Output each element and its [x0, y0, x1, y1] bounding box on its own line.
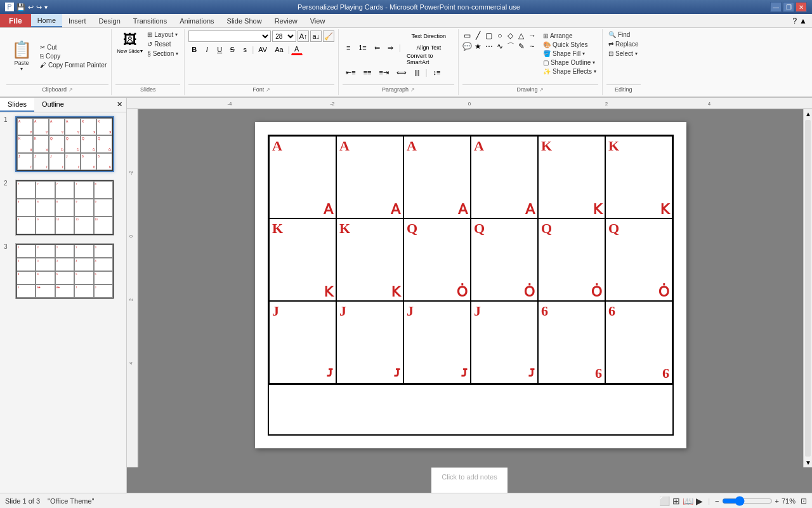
view-sorter-icon[interactable]: ⊞: [672, 496, 680, 506]
scroll-thumb[interactable]: [805, 120, 811, 457]
menu-transitions[interactable]: Transitions: [127, 14, 173, 27]
paste-dropdown[interactable]: ▾: [20, 66, 23, 72]
increase-font-btn[interactable]: A↑: [298, 30, 309, 42]
new-slide-button[interactable]: 🖼 New Slide ▾: [115, 30, 144, 55]
zoom-in-btn[interactable]: +: [775, 497, 779, 505]
decrease-indent-btn[interactable]: ⇐: [371, 42, 383, 53]
quick-styles-button[interactable]: 🎨 Quick Styles: [541, 41, 598, 49]
align-text-btn[interactable]: Align Text: [403, 42, 454, 53]
rect-shape[interactable]: ▭: [462, 30, 473, 41]
convert-smartart-btn[interactable]: Convert to SmartArt: [403, 53, 454, 65]
find-button[interactable]: 🔍 Find: [606, 30, 632, 39]
diamond-shape[interactable]: ◇: [506, 30, 516, 41]
oval-shape[interactable]: ○: [495, 30, 505, 41]
columns-btn[interactable]: |||: [411, 67, 423, 78]
quick-redo[interactable]: ↪: [36, 3, 42, 11]
tab-slides[interactable]: Slides: [0, 98, 34, 112]
tab-outline[interactable]: Outline: [34, 98, 72, 112]
quick-undo[interactable]: ↩: [28, 3, 34, 11]
menu-home[interactable]: Home: [31, 14, 62, 27]
shape-outline-button[interactable]: ▢ Shape Outline ▾: [541, 58, 598, 67]
zoom-slider[interactable]: [722, 496, 773, 506]
case-btn[interactable]: Aa: [272, 44, 286, 55]
slide-item-2[interactable]: 2 7 7 7 7 8 8 8 8 9 9 9 9: [3, 178, 124, 237]
center-btn[interactable]: ≡≡: [360, 67, 375, 78]
cut-button[interactable]: ✂ Cut: [38, 43, 108, 51]
slide-thumb-1[interactable]: AA AA AA AA KK KK KK KK QQ QQ QQ QQ JJ J…: [15, 116, 114, 172]
slide-thumb-3[interactable]: 2 2 2 2 3 3 3 3 4 4 4 4 5 5 5: [15, 243, 114, 299]
more-shapes[interactable]: ⋯: [484, 41, 494, 51]
strikethrough-btn[interactable]: S: [226, 44, 238, 55]
select-button[interactable]: ⊡ Select ▾: [606, 50, 639, 58]
slide-item-1[interactable]: 1 AA AA AA AA KK KK KK KK QQ QQ QQ Q: [3, 115, 124, 173]
menu-file[interactable]: File: [0, 14, 31, 27]
minimize-btn[interactable]: —: [770, 2, 782, 12]
font-expand[interactable]: ↗: [266, 87, 270, 93]
quick-save[interactable]: 💾: [16, 3, 25, 11]
close-btn[interactable]: ✕: [796, 2, 807, 12]
scribble-shape[interactable]: ~: [527, 41, 537, 51]
italic-btn[interactable]: I: [201, 44, 213, 55]
triangle-shape[interactable]: △: [516, 30, 527, 41]
decrease-font-btn[interactable]: a↓: [310, 30, 322, 42]
panel-close-btn[interactable]: ✕: [113, 98, 126, 112]
notes-area[interactable]: Click to add notes: [431, 467, 507, 493]
replace-button[interactable]: ⇄ Replace: [606, 40, 641, 48]
scroll-up[interactable]: ▲: [804, 109, 812, 119]
callout-shape[interactable]: 💬: [462, 41, 473, 51]
align-right-btn[interactable]: ≡⇥: [376, 67, 391, 78]
line-shape[interactable]: ╱: [473, 30, 483, 41]
arc-shape[interactable]: ⌒: [506, 41, 516, 51]
menu-view[interactable]: View: [304, 14, 332, 27]
underline-btn[interactable]: U: [214, 44, 225, 55]
font-color-btn[interactable]: A: [291, 44, 303, 55]
titlebar-controls[interactable]: — ❐ ✕: [770, 2, 807, 12]
paste-button[interactable]: 📋 Paste ▾: [6, 30, 37, 81]
right-scrollbar[interactable]: ▲ ▼: [803, 109, 812, 467]
curve-shape[interactable]: ∿: [495, 41, 505, 51]
slide-content[interactable]: A ∀ A ∀ A ∀ A ∀ K ꓘ K ꓘ K ꓘ K ꓘ Q Ọ Q Ọ: [255, 122, 686, 448]
help-icon[interactable]: ?: [792, 17, 797, 25]
paragraph-expand[interactable]: ↗: [410, 87, 415, 93]
format-painter-button[interactable]: 🖌 Copy Format Painter: [38, 61, 108, 69]
clear-format-btn[interactable]: 🧹: [323, 30, 334, 42]
justify-btn[interactable]: ⟺: [393, 67, 410, 78]
menu-animations[interactable]: Animations: [173, 14, 220, 27]
slide-thumb-2[interactable]: 7 7 7 7 8 8 8 8 9 9 9 9 10 10 10: [15, 180, 114, 236]
scroll-down[interactable]: ▼: [804, 458, 812, 467]
align-left-btn[interactable]: ⇤≡: [343, 67, 358, 78]
font-name-select[interactable]: [188, 30, 271, 42]
font-size-select[interactable]: 28: [272, 30, 296, 42]
bold-btn[interactable]: B: [188, 44, 200, 55]
minimize-ribbon[interactable]: ▲: [799, 17, 807, 25]
restore-btn[interactable]: ❐: [783, 2, 794, 12]
menu-design[interactable]: Design: [93, 14, 127, 27]
shape-fill-button[interactable]: 🪣 Shape Fill ▾: [541, 50, 598, 58]
view-slideshow-icon[interactable]: ▶: [696, 496, 703, 506]
text-direction-btn[interactable]: Text Direction: [403, 30, 454, 42]
increase-indent-btn[interactable]: ⇒: [384, 42, 396, 53]
shadow-btn[interactable]: s: [239, 44, 251, 55]
view-reading-icon[interactable]: 📖: [683, 496, 693, 506]
fit-slide-btn[interactable]: ⊡: [801, 497, 807, 505]
clipboard-expand[interactable]: ↗: [69, 87, 73, 93]
menu-review[interactable]: Review: [268, 14, 304, 27]
zoom-out-btn[interactable]: −: [715, 497, 719, 505]
arrow-shape[interactable]: →: [527, 30, 537, 41]
rounded-rect-shape[interactable]: ▢: [484, 30, 494, 41]
menu-insert[interactable]: Insert: [62, 14, 93, 27]
view-normal-icon[interactable]: ⬜: [659, 496, 670, 506]
drawing-expand[interactable]: ↗: [539, 87, 544, 93]
numbering-btn[interactable]: 1≡: [355, 42, 370, 53]
line-spacing-btn[interactable]: ↕≡: [430, 67, 444, 78]
new-slide-dropdown[interactable]: ▾: [140, 48, 143, 54]
section-dropdown[interactable]: ▾: [176, 51, 178, 57]
reset-button[interactable]: ↺ Reset: [145, 40, 180, 48]
shape-effects-button[interactable]: ✨ Shape Effects ▾: [541, 67, 598, 76]
spacing-btn[interactable]: AV: [255, 44, 270, 55]
menu-slideshow[interactable]: Slide Show: [221, 14, 268, 27]
section-button[interactable]: § Section ▾: [145, 50, 180, 58]
bullets-btn[interactable]: ≡: [343, 42, 354, 53]
slide-item-3[interactable]: 3 2 2 2 2 3 3 3 3 4 4 4 4: [3, 242, 124, 300]
star-shape[interactable]: ★: [473, 41, 483, 51]
